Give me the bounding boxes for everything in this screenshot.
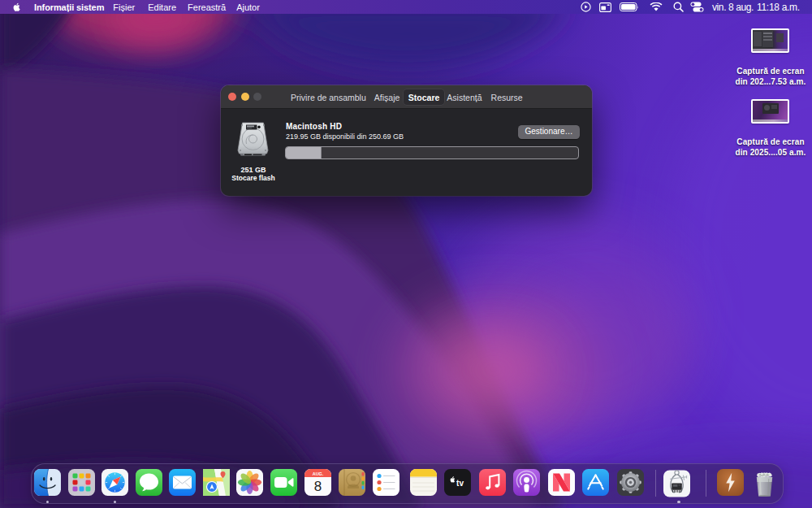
- svg-text:tv: tv: [456, 479, 464, 488]
- svg-text:AUG.: AUG.: [312, 471, 323, 476]
- svg-text:8: 8: [313, 479, 321, 494]
